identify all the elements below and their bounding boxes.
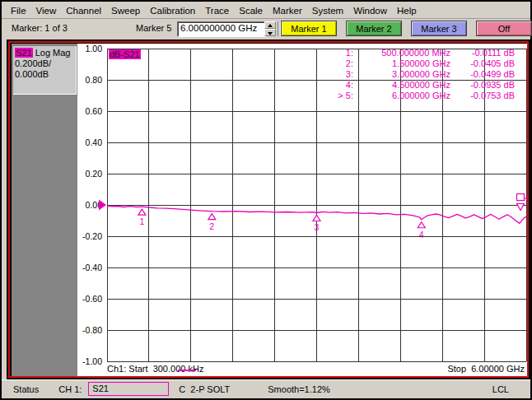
marker-readout-table: 1:500.000000 MHz-0.0111 dB2:1.500000 GHz… — [332, 48, 515, 101]
y-tick-label: 1.00 — [77, 44, 102, 53]
marker-buttons: Marker 1Marker 2Marker 3Off — [281, 21, 532, 36]
trace1-color-key-icon — [178, 370, 196, 371]
y-tick-label: 0.60 — [77, 106, 102, 116]
marker-toolbar: Marker: 1 of 3 Marker 5 6.000000000 GHz … — [2, 19, 530, 39]
marker-readout-row: 4:4.500000 GHz-0.0935 dB — [332, 80, 515, 91]
svg-text:1: 1 — [139, 216, 144, 226]
toolbar-button-marker-1[interactable]: Marker 1 — [281, 21, 337, 36]
menu-channel[interactable]: Channel — [62, 4, 105, 17]
menu-file[interactable]: File — [7, 4, 30, 17]
trace-scale-label: 0.200dB/ — [15, 58, 76, 69]
marker5-field-label: Marker 5 — [136, 23, 171, 33]
marker-readout-row: 3:3.000000 GHz-0.0499 dB — [332, 69, 515, 80]
marker-readout-row: > 5:6.000000 GHz-0.0753 dB — [332, 91, 515, 101]
y-tick-label: 0.80 — [77, 75, 102, 85]
menu-scale[interactable]: Scale — [235, 4, 267, 17]
y-tick-label: 0.40 — [77, 137, 102, 147]
down-arrow-icon — [268, 32, 273, 35]
y-tick-label: -0.80 — [77, 325, 102, 335]
y-tick-label: 0.00 — [77, 200, 102, 210]
y-axis-labels: 1.000.800.600.400.200.00-0.20-0.40-0.60-… — [77, 44, 105, 376]
channel-label: CH 1: — [58, 384, 82, 394]
local-mode-indicator: LCL — [492, 384, 509, 394]
y-tick-label: -0.20 — [77, 231, 102, 241]
trace-id-badge: S21 — [15, 48, 33, 58]
plot-area: 1.000.800.600.400.200.00-0.20-0.40-0.60-… — [77, 44, 527, 376]
measurement-indicator: S21 — [88, 382, 169, 396]
calibration-status: C 2-P SOLT — [179, 384, 230, 394]
vna-application-window: FileViewChannelSweepCalibrationTraceScal… — [2, 2, 530, 398]
measurement-display: S21 Log Mag 0.200dB/ 0.000dB 1.000.800.6… — [7, 40, 530, 379]
smoothing-status: Smooth=1.12% — [268, 384, 330, 394]
up-arrow-icon — [268, 24, 273, 27]
svg-text:2: 2 — [209, 221, 214, 231]
y-tick-label: -0.60 — [77, 294, 102, 304]
marker5-frequency-input[interactable]: 6.000000000 GHz — [177, 21, 266, 37]
svg-text:4: 4 — [419, 230, 424, 240]
sweep-stop-label: Stop 6.00000 GHz — [447, 364, 525, 374]
menu-bar: FileViewChannelSweepCalibrationTraceScal… — [2, 2, 530, 19]
trace-status-sidebar: S21 Log Mag 0.200dB/ 0.000dB — [12, 44, 77, 376]
toolbar-status-text: Marker: 1 of 3 — [12, 23, 68, 33]
menu-trace[interactable]: Trace — [201, 4, 233, 17]
toolbar-button-marker-3[interactable]: Marker 3 — [411, 21, 467, 36]
menu-marker[interactable]: Marker — [268, 4, 306, 17]
marker-readout-row: 2:1.500000 GHz-0.0405 dB — [332, 58, 515, 69]
sweep-start-label: Ch1: Start 300.000 kHz — [107, 364, 203, 374]
toolbar-button-off[interactable]: Off — [476, 21, 532, 36]
y-tick-label: -1.00 — [77, 356, 102, 366]
menu-help[interactable]: Help — [393, 4, 421, 17]
menu-system[interactable]: System — [308, 4, 348, 17]
marker-readout-row: 1:500.000000 MHz-0.0111 dB — [332, 48, 515, 58]
frequency-stepper — [264, 21, 276, 36]
svg-text:3: 3 — [315, 222, 320, 232]
menu-view[interactable]: View — [32, 4, 61, 17]
trace-reference-label: 0.000dB — [15, 69, 76, 80]
menu-window[interactable]: Window — [349, 4, 391, 17]
toolbar-button-marker-2[interactable]: Marker 2 — [346, 21, 402, 36]
status-label: Status — [13, 384, 39, 394]
trace-format-label: Log Mag — [33, 48, 71, 58]
stepper-down-button[interactable] — [264, 29, 276, 36]
status-bar: Status CH 1: S21 C 2-P SOLT Smooth=1.12%… — [2, 379, 530, 398]
menu-sweep[interactable]: Sweep — [107, 4, 144, 17]
stepper-up-button[interactable] — [264, 21, 276, 29]
active-trace-label: dB-S21 — [109, 49, 141, 59]
y-tick-label: 0.20 — [77, 169, 102, 179]
y-tick-label: -0.40 — [77, 263, 102, 272]
trace-status-box[interactable]: S21 Log Mag 0.200dB/ 0.000dB — [13, 46, 77, 95]
menu-calibration[interactable]: Calibration — [146, 4, 199, 17]
